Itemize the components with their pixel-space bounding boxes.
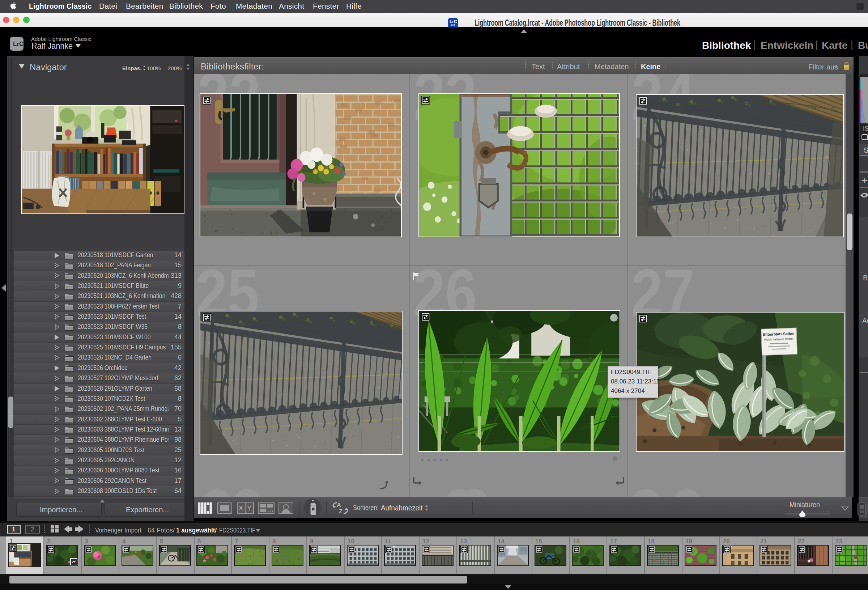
svg-text:Z: Z [339,508,342,515]
